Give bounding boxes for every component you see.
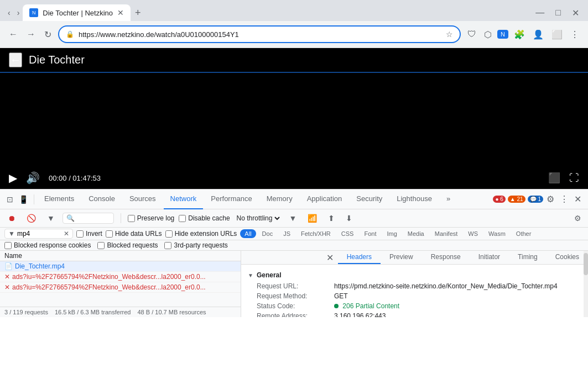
devtools-close-btn[interactable]: ✕	[572, 192, 584, 207]
split-icon[interactable]: ⬜	[549, 27, 565, 42]
wifi-icon[interactable]: 📶	[304, 212, 320, 224]
tab-more[interactable]: »	[440, 189, 457, 209]
filter-font[interactable]: Font	[360, 229, 381, 238]
extensions-icon[interactable]: 🧩	[512, 27, 527, 42]
throttle-select[interactable]: No throttling	[235, 214, 282, 223]
file-item[interactable]: ✕ ads?iu=%2F27665794%2FNetzkino_Web&desc…	[0, 272, 241, 282]
fullscreen-btn[interactable]: ⛶	[569, 172, 579, 184]
hide-data-urls-label[interactable]: Hide data URLs	[106, 230, 162, 238]
nav-back-btn[interactable]: ←	[7, 27, 20, 41]
filter-all[interactable]: All	[240, 229, 256, 238]
tab-elements[interactable]: Elements	[38, 189, 81, 209]
window-close-btn[interactable]: ✕	[568, 7, 584, 19]
tab-security[interactable]: Security	[350, 189, 389, 209]
hide-extension-urls-label[interactable]: Hide extension URLs	[165, 230, 237, 238]
url-bar[interactable]: 🔒 https://www.netzkino.de/watch/a0U01000…	[58, 25, 461, 43]
details-close-btn[interactable]: ✕	[322, 251, 338, 264]
search-input[interactable]	[77, 214, 110, 222]
new-tab-btn[interactable]: +	[131, 5, 145, 21]
address-icons: 🛡 ⬡ N 🧩 👤 ⬜ ⋮	[465, 27, 581, 42]
filter-js[interactable]: JS	[279, 229, 295, 238]
third-party-label[interactable]: 3rd-party requests	[164, 241, 227, 249]
throttle-arrow[interactable]: ▼	[286, 212, 300, 224]
tab-forward-btn[interactable]: ›	[14, 6, 23, 19]
details-tab-cookies[interactable]: Cookies	[547, 251, 588, 264]
filter-wasm[interactable]: Wasm	[484, 229, 510, 238]
tab-performance[interactable]: Performance	[204, 189, 258, 209]
scrollbar-thumb[interactable]	[584, 253, 588, 275]
ext-icon[interactable]: ⬡	[482, 27, 494, 42]
tab-memory[interactable]: Memory	[260, 189, 299, 209]
filter-input-wrap[interactable]: ▼ ✕	[4, 229, 73, 239]
tab-sources[interactable]: Sources	[123, 189, 163, 209]
blocked-cookies-label[interactable]: Blocked response cookies	[4, 241, 91, 249]
filter-css[interactable]: CSS	[337, 229, 358, 238]
minimize-btn[interactable]: —	[531, 7, 549, 19]
filter-media[interactable]: Media	[403, 229, 429, 238]
filter-ws[interactable]: WS	[464, 229, 482, 238]
back-button[interactable]: ←	[9, 52, 22, 67]
nav-forward-btn[interactable]: →	[24, 27, 38, 41]
request-url-key: Request URL:	[257, 282, 334, 290]
invert-checkbox[interactable]	[76, 230, 84, 238]
search-box[interactable]: 🔍	[63, 213, 114, 224]
request-method-val: GET	[334, 292, 581, 300]
tab-lighthouse[interactable]: Lighthouse	[390, 189, 439, 209]
pip-btn[interactable]: ⬛	[548, 172, 560, 184]
toolbar-icon[interactable]: N	[497, 30, 508, 39]
clear-btn[interactable]: 🚫	[23, 212, 39, 224]
disable-cache-label[interactable]: Disable cache	[179, 214, 230, 222]
disable-cache-checkbox[interactable]	[179, 215, 186, 222]
filter-img[interactable]: Img	[382, 229, 401, 238]
devtools-settings-btn[interactable]: ⚙	[544, 192, 556, 207]
download-btn[interactable]: ⬇	[342, 212, 356, 224]
shield-icon[interactable]: 🛡	[465, 27, 478, 41]
invert-label[interactable]: Invert	[76, 230, 102, 238]
filter-doc[interactable]: Doc	[258, 229, 278, 238]
preserve-log-checkbox[interactable]	[128, 215, 135, 222]
menu-icon[interactable]: ⋮	[568, 27, 581, 42]
file-item[interactable]: ✕ ads?iu=%2F27665794%2FNetzkino_Web&desc…	[0, 282, 241, 293]
devtools-more-btn[interactable]: ⋮	[558, 192, 571, 207]
upload-btn[interactable]: ⬆	[325, 212, 338, 224]
devtools-device-icon[interactable]: 📱	[17, 193, 30, 206]
scrollbar-track[interactable]	[584, 251, 588, 317]
tab-application[interactable]: Application	[300, 189, 349, 209]
details-content[interactable]: ▼ General Request URL: https://pmd.netzk…	[241, 265, 588, 317]
filter-btn[interactable]: ▼	[44, 212, 58, 224]
devtools-inspect-icon[interactable]: ⊡	[4, 193, 15, 206]
video-controls: ▶ 🔊 00:00 / 01:47:53 ⬛ ⛶	[0, 167, 588, 189]
tab-console[interactable]: Console	[82, 189, 122, 209]
file-item[interactable]: 📄 Die_Tochter.mp4	[0, 261, 241, 272]
tab-close-btn[interactable]: ✕	[117, 8, 124, 17]
third-party-checkbox[interactable]	[164, 242, 171, 249]
filter-manifest[interactable]: Manifest	[430, 229, 462, 238]
details-tab-response[interactable]: Response	[422, 251, 470, 264]
profile-icon[interactable]: 👤	[530, 27, 546, 42]
bookmark-icon[interactable]: ☆	[446, 30, 453, 39]
general-section-header[interactable]: ▼ General	[248, 269, 581, 281]
details-tab-initiator[interactable]: Initiator	[470, 251, 509, 264]
filter-fetch[interactable]: Fetch/XHR	[296, 229, 335, 238]
blocked-cookies-checkbox[interactable]	[4, 242, 12, 249]
filter-clear-btn[interactable]: ✕	[64, 230, 69, 238]
hide-extension-urls-checkbox[interactable]	[165, 230, 173, 238]
hide-data-urls-checkbox[interactable]	[106, 230, 113, 238]
volume-btn[interactable]: 🔊	[26, 171, 40, 185]
active-tab[interactable]: N Die Tochter | Netzkino ✕	[23, 4, 131, 21]
blocked-requests-checkbox[interactable]	[97, 242, 105, 249]
maximize-btn[interactable]: □	[551, 7, 565, 19]
details-tab-timing[interactable]: Timing	[509, 251, 547, 264]
nav-reload-btn[interactable]: ↻	[42, 27, 54, 42]
more-settings-btn[interactable]: ⚙	[572, 212, 584, 225]
play-btn[interactable]: ▶	[9, 171, 17, 185]
details-tab-preview[interactable]: Preview	[381, 251, 422, 264]
record-btn[interactable]: ⏺	[4, 212, 19, 224]
tab-back-btn[interactable]: ‹	[4, 6, 14, 19]
blocked-requests-label[interactable]: Blocked requests	[97, 241, 158, 249]
details-tab-headers[interactable]: Headers	[338, 251, 381, 264]
tab-network[interactable]: Network	[164, 189, 204, 209]
filter-other[interactable]: Other	[512, 229, 536, 238]
filter-input[interactable]	[17, 230, 61, 238]
preserve-log-label[interactable]: Preserve log	[128, 214, 174, 222]
